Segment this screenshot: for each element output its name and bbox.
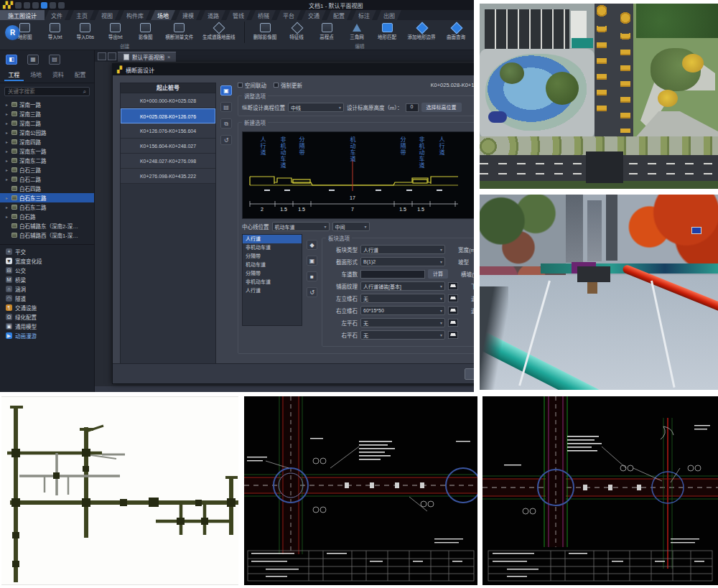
curb-swatch[interactable]	[448, 307, 458, 314]
ribbon-tab-file[interactable]: 文件	[45, 10, 69, 20]
elevation-point-button[interactable]: 高程点	[312, 22, 342, 40]
ribbon-tab-bridge[interactable]: 桥隧	[251, 10, 276, 20]
delete-image-map-button[interactable]: 删除影像图	[248, 22, 281, 40]
sidebar-tab-config[interactable]: 配置	[70, 69, 90, 81]
tree-item[interactable]: ▸白石二路	[0, 174, 94, 184]
curb-swatch[interactable]	[448, 294, 458, 302]
terrain-match-button[interactable]: 地形匹配	[372, 22, 402, 40]
picture-icon[interactable]: ▣	[307, 256, 317, 266]
module-greening[interactable]: Ω绿化配置	[0, 312, 94, 322]
add-segment-icon[interactable]: ◆	[307, 240, 317, 250]
import-dbs-button[interactable]: 导入Dbs	[70, 22, 101, 40]
segment-item-selected[interactable]: 人行道	[243, 235, 302, 243]
surface-query-button[interactable]: 曲面查询	[441, 22, 471, 40]
app-menu-button[interactable]: 施工图设计	[0, 10, 45, 20]
segment-item[interactable]: 人行道	[243, 286, 302, 295]
ribbon-tab-library[interactable]: 构件库	[120, 10, 150, 20]
view-tab-default-plan[interactable]: 默认平面视图 ×	[118, 52, 176, 62]
section-form-select[interactable]: B(1)2▾	[360, 257, 445, 266]
station-row[interactable]: K0+248.027-K0+276.098	[121, 154, 215, 169]
sidebar-tab-data[interactable]: 资料	[49, 69, 68, 81]
tree-item[interactable]: ▸白石路	[0, 212, 94, 221]
refresh-icon[interactable]: ↺	[220, 135, 232, 145]
station-row[interactable]: K0+276.098-K0+435.222	[121, 169, 215, 184]
dialog-title-bar[interactable]: ▞ 横断面设计	[113, 64, 474, 75]
pavement-texture-select[interactable]: 人行道铺装[基本]▾	[360, 281, 445, 291]
design-height-input[interactable]: 0	[406, 103, 419, 112]
redo-icon[interactable]	[58, 2, 65, 9]
ribbon-tab-output[interactable]: 出图	[377, 10, 401, 20]
tree-item[interactable]: ▸深南东二路	[0, 156, 94, 165]
module-bridge[interactable]: M桥梁	[0, 275, 94, 284]
tree-item[interactable]: ▸深南公园路	[0, 128, 94, 137]
segment-item[interactable]: 机动车道	[243, 261, 302, 269]
search-input[interactable]	[8, 88, 83, 95]
left-curb-select[interactable]: 无▾	[360, 294, 445, 303]
app-round-button[interactable]: R	[0, 20, 7, 50]
module-traffic-facility[interactable]: ¶交通设施	[0, 303, 94, 312]
profile-position-select[interactable]: 中线▾	[288, 103, 344, 112]
space-link-checkbox[interactable]: 空间联动	[238, 81, 266, 89]
left-flat-stone-select[interactable]: 无▾	[360, 318, 445, 327]
view-icon-2[interactable]	[108, 52, 116, 60]
image-map-button[interactable]: 影像图	[131, 22, 161, 40]
export-txt-button[interactable]: 导出txt	[101, 22, 131, 40]
block-type-select[interactable]: 人行道▾	[360, 245, 445, 254]
tin-button[interactable]: 三角网	[342, 22, 372, 40]
undo-icon[interactable]	[50, 2, 56, 9]
ribbon-tab-site[interactable]: 场地	[151, 10, 175, 20]
module-tunnel[interactable]: ◠隧道	[0, 294, 94, 303]
save-icon[interactable]	[15, 2, 22, 9]
tree-item[interactable]: ▸深南二路	[0, 118, 94, 128]
pick-height-button[interactable]: 选择标高位置	[421, 103, 462, 112]
ribbon-tab-config[interactable]: 配置	[327, 10, 351, 20]
tree-item[interactable]: 白石四路	[0, 184, 94, 193]
tree-item-selected[interactable]: ▸白石东三路	[0, 193, 94, 202]
sync-icon[interactable]	[41, 2, 47, 9]
texture-swatch[interactable]	[448, 282, 458, 290]
generate-ground-line-button[interactable]: 生成道路地面线	[198, 22, 240, 40]
ribbon-tab-modeling[interactable]: 建模	[176, 10, 200, 20]
segment-item[interactable]: 分隔带	[243, 252, 302, 261]
import-txt-button[interactable]: 导入txt	[40, 22, 70, 40]
panel-grid-icon[interactable]: ▤	[49, 55, 60, 65]
cross-section-preview[interactable]: 人行道 非机动车道 分隔带 机动车道 分隔带 非机动车道 人行道	[242, 131, 474, 219]
cross-survey-file-button[interactable]: 横断测量文件	[161, 22, 198, 40]
panel-project-icon[interactable]: ◧	[6, 55, 17, 65]
station-row[interactable]: K0+126.076-K0+156.604	[121, 123, 215, 139]
open-icon[interactable]	[24, 2, 30, 9]
right-flat-stone-select[interactable]: 无▾	[360, 330, 445, 340]
ok-button[interactable]: 确定	[465, 368, 474, 380]
station-row[interactable]: K0+000.000-K0+025.028	[121, 93, 215, 108]
sidebar-tab-site[interactable]: 场地	[27, 69, 46, 81]
view-icon-1[interactable]	[98, 52, 106, 60]
ribbon-tab-platform[interactable]: 平台	[276, 10, 301, 20]
terrain-map-button[interactable]: 地形图	[10, 22, 40, 40]
tree-item[interactable]: ▸深南三路	[0, 109, 94, 118]
new-icon[interactable]	[32, 2, 39, 9]
table-mode-icon[interactable]: ▤	[220, 102, 232, 112]
tree-item[interactable]: ▸白石三路	[0, 165, 94, 174]
segment-item[interactable]: 非机动车道	[243, 278, 302, 286]
ribbon-tab-traffic[interactable]: 交通	[302, 10, 326, 20]
feature-line-button[interactable]: 特征线	[281, 22, 312, 40]
sidebar-search[interactable]: ⌕	[4, 87, 90, 96]
compute-button[interactable]: 计算	[428, 269, 448, 279]
close-icon[interactable]: ×	[167, 54, 170, 60]
tree-item[interactable]: ▸深南四路	[0, 137, 94, 146]
module-culvert[interactable]: ∩涵洞	[0, 284, 94, 294]
tree-item[interactable]: ▸白石东二路	[0, 202, 94, 212]
centerline-lane-select[interactable]: 机动车道▾	[272, 222, 330, 231]
centerline-side-select[interactable]: 中间▾	[332, 222, 370, 231]
module-walkthrough[interactable]: ▶动画漫游	[0, 331, 94, 340]
ribbon-tab-road[interactable]: 道路	[201, 10, 225, 20]
panel-layers-icon[interactable]: ▦	[27, 55, 39, 65]
delete-segment-icon[interactable]: ■	[307, 271, 317, 281]
sidebar-tab-project[interactable]: 工程	[4, 69, 24, 81]
module-bus[interactable]: ⊟公交	[0, 266, 94, 275]
station-row[interactable]: K0+156.604-K0+248.027	[121, 139, 215, 154]
segment-item[interactable]: 分隔带	[243, 269, 302, 278]
module-generic-model[interactable]: ▣通用模型	[0, 322, 94, 331]
reset-icon[interactable]: ↺	[307, 287, 317, 297]
lane-count-input[interactable]	[360, 270, 425, 279]
